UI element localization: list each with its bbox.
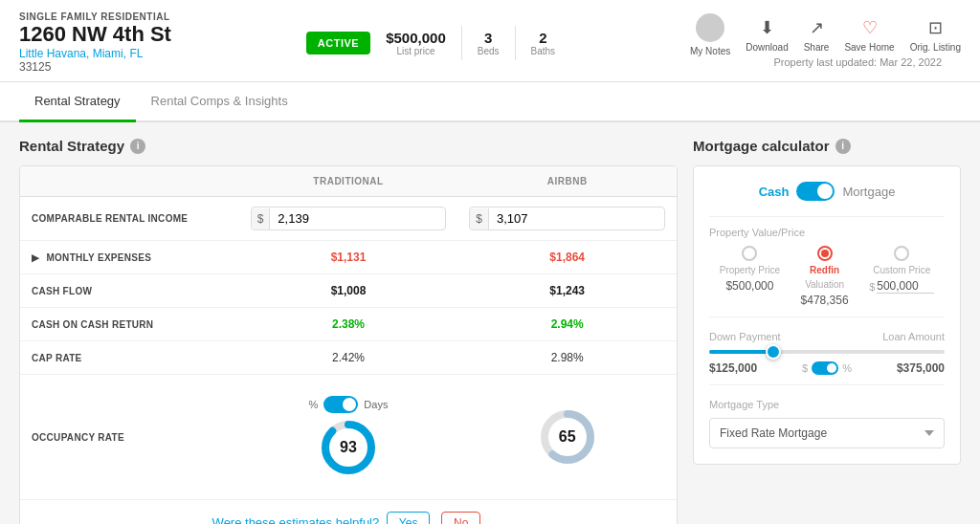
custom-price-radio[interactable] <box>894 246 909 261</box>
property-price-label: Property Price <box>720 265 780 275</box>
divider <box>461 26 462 60</box>
dp-values-row: $125,000 $ % $375,000 <box>709 361 945 375</box>
tabs: Rental Strategy Rental Comps & Insights <box>0 82 980 122</box>
table-row: Cap Rate 2.42% 2.98% <box>20 341 677 375</box>
property-value-label: Property Value/Price <box>709 227 945 238</box>
cash-mortgage-toggle-track[interactable] <box>796 182 835 201</box>
active-badge: ACTIVE <box>306 32 370 55</box>
table-row: Comparable Rental Income $ $ <box>20 197 677 241</box>
rental-strategy-title: Rental Strategy i <box>19 138 678 154</box>
mortgage-type-section: Mortgage Type Fixed Rate Mortgage Adjust… <box>709 399 945 448</box>
divider <box>515 26 516 60</box>
download-label: Download <box>746 42 788 53</box>
custom-price-option[interactable]: Custom Price $ <box>869 246 934 307</box>
baths-block: 2 Baths <box>531 30 556 56</box>
loan-amount-value: $375,000 <box>897 361 945 375</box>
save-home-button[interactable]: ♡ Save Home <box>844 17 894 53</box>
custom-dollar-sign: $ <box>869 281 875 293</box>
traditional-monthly-expenses: $1,131 <box>239 241 458 273</box>
share-label: Share <box>804 42 830 53</box>
col-header-airbnb: Airbnb <box>457 166 677 196</box>
header-actions: My Notes ⬇ Download ↗ Share ♡ Save Home … <box>690 13 961 56</box>
row-label-rental-income: Comparable Rental Income <box>20 204 239 233</box>
helpful-section: Were these estimates helpful? Yes No <box>20 500 677 524</box>
traditional-donut: 93 <box>318 417 379 478</box>
row-label-coc-return: Cash on Cash Return <box>20 310 239 339</box>
dp-toggle[interactable] <box>812 361 838 375</box>
traditional-rental-income-input[interactable] <box>270 207 346 229</box>
rental-table: Traditional Airbnb Comparable Rental Inc… <box>19 165 678 524</box>
toggle-thumb <box>343 398 356 411</box>
traditional-cap-rate: 2.42% <box>239 341 458 374</box>
down-payment-label: Down Payment <box>709 331 781 342</box>
custom-price-label: Custom Price <box>873 265 930 275</box>
mortgage-info-icon: i <box>835 139 851 154</box>
heart-icon: ♡ <box>862 17 878 38</box>
mortgage-type-label: Mortgage Type <box>709 399 945 410</box>
header-center: ACTIVE $500,000 List price 3 Beds 2 Bath… <box>306 26 555 60</box>
traditional-rental-income: $ <box>239 197 458 240</box>
col-header-label <box>20 166 239 196</box>
beds-value: 3 <box>478 30 500 46</box>
tab-rental-strategy[interactable]: Rental Strategy <box>19 82 136 122</box>
slider-thumb[interactable] <box>766 344 781 360</box>
separator <box>709 384 945 385</box>
dp-label-row: Down Payment Loan Amount <box>709 331 945 342</box>
expand-icon: ▶ <box>32 252 39 263</box>
property-price-radio[interactable] <box>742 246 757 261</box>
mortgage-type-select[interactable]: Fixed Rate Mortgage Adjustable Rate Mort… <box>709 418 945 448</box>
custom-price-input[interactable] <box>877 279 934 294</box>
slider-fill <box>709 350 768 354</box>
share-icon: ↗ <box>810 17 824 38</box>
down-payment-slider-track[interactable] <box>709 350 945 354</box>
dollar-sign-dp: $ <box>802 362 808 374</box>
list-price-label: List price <box>386 46 446 56</box>
helpful-no-button[interactable]: No <box>441 512 480 524</box>
pct-sign-dp: % <box>842 362 852 374</box>
beds-block: 3 Beds <box>478 30 500 56</box>
airbnb-monthly-expenses: $1,864 <box>457 241 677 273</box>
airbnb-coc-return: 2.94% <box>457 308 677 340</box>
mortgage-label: Mortgage <box>842 185 895 199</box>
property-address: 1260 NW 4th St <box>19 22 171 47</box>
airbnb-occupancy-donut: 65 <box>537 406 598 468</box>
save-home-label: Save Home <box>844 42 894 53</box>
pct-label: % <box>309 399 319 410</box>
cash-label: Cash <box>759 185 790 199</box>
property-value-options: Property Price $500,000 Redfin Valuation… <box>709 246 945 307</box>
last-updated: Property last updated: Mar 22, 2022 <box>774 56 962 72</box>
redfin-radio[interactable] <box>817 246 833 261</box>
helpful-question: Were these estimates helpful? <box>212 515 380 524</box>
beds-label: Beds <box>478 46 500 56</box>
tab-rental-comps[interactable]: Rental Comps & Insights <box>136 82 303 122</box>
property-location: Little Havana, Miami, FL <box>19 47 171 60</box>
mortgage-calculator-panel: Mortgage calculator i Cash Mortgage Prop… <box>693 138 961 524</box>
main-content: Rental Strategy i Traditional Airbnb Com… <box>0 122 980 524</box>
toggle-thumb <box>817 184 833 199</box>
my-notes-label: My Notes <box>690 46 730 56</box>
separator <box>709 317 945 317</box>
traditional-occupancy-value: 93 <box>340 439 357 456</box>
redfin-valuation-option[interactable]: Redfin Valuation $478,356 <box>801 246 849 307</box>
airbnb-rental-income-input[interactable] <box>489 207 566 229</box>
orig-listing-button[interactable]: ⊡ Orig. Listing <box>910 17 961 53</box>
download-button[interactable]: ⬇ Download <box>746 17 788 53</box>
header: Single Family Residential 1260 NW 4th St… <box>0 0 980 82</box>
redfin-value: $478,356 <box>801 294 849 307</box>
share-button[interactable]: ↗ Share <box>804 17 830 53</box>
custom-price-input-area: $ <box>869 279 934 294</box>
dp-toggle-thumb <box>827 363 836 373</box>
property-price-option[interactable]: Property Price $500,000 <box>720 246 780 307</box>
helpful-yes-button[interactable]: Yes <box>387 512 431 524</box>
traditional-coc-return: 2.38% <box>239 308 458 340</box>
my-notes-button[interactable]: My Notes <box>690 13 730 56</box>
down-payment-amount: $125,000 <box>709 361 757 375</box>
list-price-value: $500,000 <box>386 30 446 46</box>
download-icon: ⬇ <box>760 17 774 38</box>
redfin-brand: Redfin <box>810 265 839 275</box>
airbnb-donut: 65 <box>469 406 665 468</box>
table-row: Cash Flow $1,008 $1,243 <box>20 274 677 308</box>
loan-amount-label: Loan Amount <box>882 331 945 342</box>
occupancy-toggle-track[interactable] <box>323 396 358 413</box>
property-price-value: $500,000 <box>725 279 773 293</box>
